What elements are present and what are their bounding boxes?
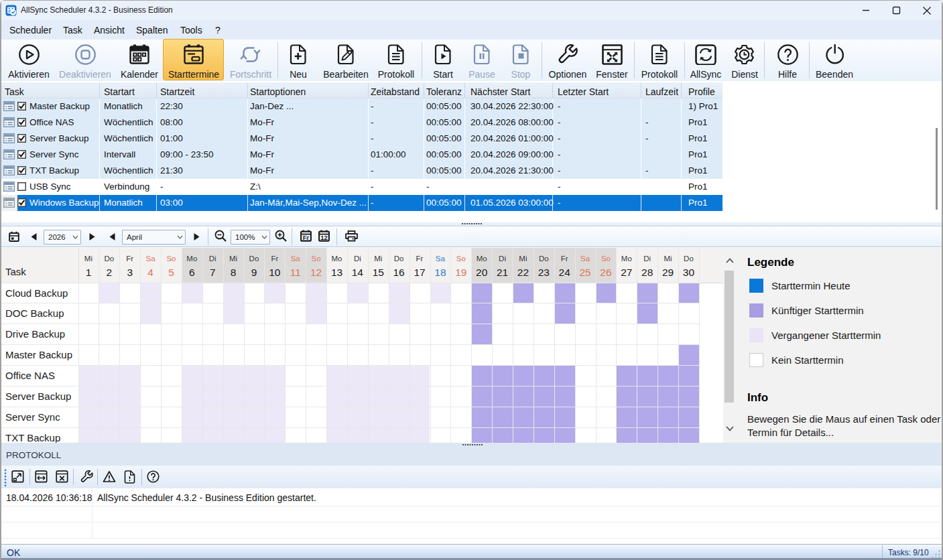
svg-text:Fr: Fr [303, 234, 310, 241]
svg-text:12: 12 [320, 234, 328, 241]
